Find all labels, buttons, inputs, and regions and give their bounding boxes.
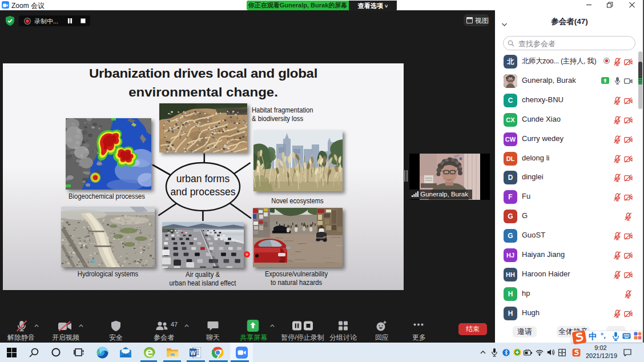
svg-text:W: W xyxy=(190,349,196,356)
svg-text:urban forms: urban forms xyxy=(176,173,230,184)
svg-text:and processes: and processes xyxy=(171,186,236,198)
